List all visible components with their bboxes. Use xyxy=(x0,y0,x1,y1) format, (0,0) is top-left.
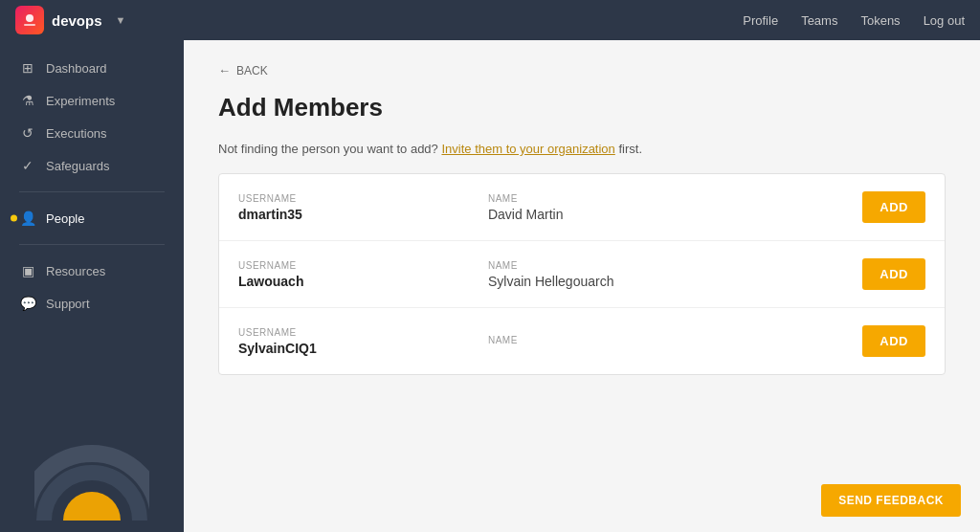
username-label: USERNAME xyxy=(238,260,488,271)
svg-point-4 xyxy=(63,492,121,521)
sidebar-item-support[interactable]: 💬 Support xyxy=(0,287,184,320)
app-logo xyxy=(15,6,44,34)
send-feedback-button[interactable]: SEND FEEDBACK xyxy=(821,484,961,517)
table-row: USERNAME SylvainCIQ1 NAME ADD xyxy=(219,308,945,374)
dashboard-icon: ⊞ xyxy=(19,60,36,76)
sidebar-illustration xyxy=(34,425,149,521)
name-label: NAME xyxy=(488,193,862,204)
sidebar-item-label: Resources xyxy=(46,264,105,278)
tokens-link[interactable]: Tokens xyxy=(860,13,900,28)
teams-link[interactable]: Teams xyxy=(801,13,837,28)
username-field-3: USERNAME SylvainCIQ1 xyxy=(238,327,488,356)
name-value: Sylvain Hellegouarch xyxy=(488,274,862,289)
add-member-button-2[interactable]: ADD xyxy=(862,258,925,290)
svg-rect-1 xyxy=(24,24,35,26)
back-arrow-icon: ← xyxy=(218,63,231,78)
safeguards-icon: ✓ xyxy=(19,158,36,173)
sidebar-illustration-area xyxy=(0,415,184,521)
executions-icon: ↺ xyxy=(19,125,36,141)
active-dot xyxy=(11,215,17,222)
name-field-1: NAME David Martin xyxy=(488,193,862,222)
sidebar-item-experiments[interactable]: ⚗ Experiments xyxy=(0,84,184,117)
sidebar-item-people[interactable]: 👤 People xyxy=(0,202,184,234)
top-navigation: devops ▼ Profile Teams Tokens Log out xyxy=(0,0,980,40)
username-label: USERNAME xyxy=(238,193,488,204)
username-value: SylvainCIQ1 xyxy=(238,341,488,356)
table-row: USERNAME Lawouach NAME Sylvain Hellegoua… xyxy=(219,241,945,308)
invite-text: Not finding the person you want to add? … xyxy=(218,142,946,156)
sidebar-divider-2 xyxy=(19,244,165,245)
name-label: NAME xyxy=(488,335,862,345)
name-value: David Martin xyxy=(488,207,862,222)
sidebar: ⊞ Dashboard ⚗ Experiments ↺ Executions ✓… xyxy=(0,40,184,532)
sidebar-item-label: Support xyxy=(46,297,90,311)
username-value: dmartin35 xyxy=(238,207,488,222)
username-value: Lawouach xyxy=(238,274,488,289)
main-layout: ⊞ Dashboard ⚗ Experiments ↺ Executions ✓… xyxy=(0,40,980,532)
sidebar-item-resources[interactable]: ▣ Resources xyxy=(0,255,184,287)
members-table: USERNAME dmartin35 NAME David Martin ADD… xyxy=(218,173,946,375)
sidebar-item-label: Experiments xyxy=(46,94,115,108)
logout-link[interactable]: Log out xyxy=(924,13,965,28)
sidebar-item-label: Executions xyxy=(46,126,107,141)
sidebar-divider xyxy=(19,191,165,192)
name-field-2: NAME Sylvain Hellegouarch xyxy=(488,260,862,289)
sidebar-item-safeguards[interactable]: ✓ Safeguards xyxy=(0,149,184,182)
sidebar-item-label: Dashboard xyxy=(46,61,107,76)
sidebar-item-label: People xyxy=(46,211,84,226)
page-title: Add Members xyxy=(218,93,946,122)
username-label: USERNAME xyxy=(238,327,488,338)
username-field-2: USERNAME Lawouach xyxy=(238,260,488,289)
back-label: BACK xyxy=(236,64,268,78)
sidebar-item-executions[interactable]: ↺ Executions xyxy=(0,117,184,149)
app-logo-area: devops ▼ xyxy=(15,6,125,34)
add-member-button-1[interactable]: ADD xyxy=(862,191,925,223)
back-link[interactable]: ← BACK xyxy=(218,63,946,78)
add-member-button-3[interactable]: ADD xyxy=(862,325,925,357)
username-field-1: USERNAME dmartin35 xyxy=(238,193,488,222)
name-label: NAME xyxy=(488,260,862,271)
profile-link[interactable]: Profile xyxy=(743,13,778,28)
name-field-3: NAME xyxy=(488,335,862,348)
table-row: USERNAME dmartin35 NAME David Martin ADD xyxy=(219,174,945,241)
app-name: devops xyxy=(52,12,102,29)
support-icon: 💬 xyxy=(19,296,36,311)
app-name-chevron: ▼ xyxy=(116,14,126,26)
invite-org-link[interactable]: Invite them to your organization xyxy=(441,142,614,156)
svg-point-0 xyxy=(26,14,33,22)
experiments-icon: ⚗ xyxy=(19,93,36,108)
resources-icon: ▣ xyxy=(19,263,36,278)
people-icon: 👤 xyxy=(19,211,36,226)
sidebar-item-dashboard[interactable]: ⊞ Dashboard xyxy=(0,52,184,84)
main-content: ← BACK Add Members Not finding the perso… xyxy=(184,40,980,532)
topnav-links: Profile Teams Tokens Log out xyxy=(743,13,965,28)
sidebar-item-label: Safeguards xyxy=(46,159,110,173)
